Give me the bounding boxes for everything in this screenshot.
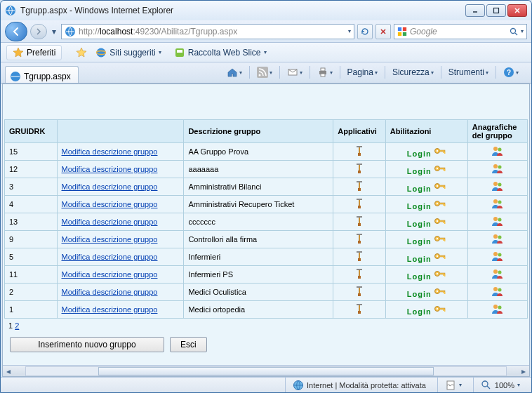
cell-abil[interactable]: Login — [385, 248, 467, 266]
cell-anag[interactable] — [467, 266, 527, 284]
forward-button[interactable] — [30, 24, 47, 39]
favorites-button[interactable]: Preferiti — [6, 45, 62, 60]
edit-group-link[interactable]: Modifica descrizione gruppo — [62, 165, 158, 173]
cell-apps[interactable] — [333, 161, 386, 178]
cell-desc: ccccccc — [184, 213, 333, 231]
recent-pages-dropdown[interactable]: ▾ — [50, 27, 58, 36]
svg-rect-25 — [358, 153, 361, 156]
search-icon[interactable] — [510, 27, 518, 36]
cell-abil[interactable]: Login — [385, 196, 467, 213]
svg-rect-55 — [358, 206, 361, 208]
edit-group-link[interactable]: Modifica descrizione gruppo — [62, 182, 158, 191]
svg-rect-108 — [439, 291, 445, 292]
cell-apps[interactable] — [333, 231, 386, 248]
edit-group-link[interactable]: Modifica descrizione gruppo — [62, 235, 158, 244]
cell-anag[interactable] — [467, 178, 527, 196]
back-button[interactable] — [5, 22, 27, 41]
address-bar[interactable]: http://localhost:49230/Abilitaz/Tgrupp.a… — [61, 24, 354, 39]
scroll-right-arrow[interactable]: ▸ — [518, 366, 529, 376]
cell-anag[interactable] — [467, 161, 527, 178]
exit-button[interactable]: Esci — [170, 337, 207, 352]
tools-menu[interactable]: Strumenti ▾ — [444, 65, 493, 80]
cell-anag[interactable] — [467, 284, 527, 301]
security-zone[interactable]: Internet | Modalità protetta: attivata — [285, 378, 433, 392]
button-row: Inserimento nuovo gruppo Esci — [3, 333, 529, 357]
web-slice-link[interactable]: Raccolta Web Slice ▾ — [170, 47, 271, 58]
page-menu[interactable]: Pagina ▾ — [343, 65, 382, 80]
rss-icon — [257, 67, 268, 78]
cell-edit: Modifica descrizione gruppo — [57, 266, 184, 284]
cell-abil[interactable]: Login — [385, 301, 467, 319]
print-button[interactable]: ▾ — [313, 65, 337, 80]
cell-anag[interactable] — [467, 248, 527, 266]
cell-abil[interactable]: Login — [385, 161, 467, 178]
cell-apps[interactable] — [333, 266, 386, 284]
edit-group-link[interactable]: Modifica descrizione gruppo — [62, 218, 158, 226]
close-button[interactable] — [507, 4, 527, 17]
help-icon: ? — [503, 67, 514, 78]
compat-view-button[interactable]: ▾ — [437, 378, 469, 392]
cell-anag[interactable] — [467, 301, 527, 319]
tools-icon — [354, 303, 365, 316]
home-button[interactable]: ▾ — [222, 65, 246, 80]
insert-group-button[interactable]: Inserimento nuovo gruppo — [10, 337, 164, 352]
cell-anag[interactable] — [467, 143, 527, 161]
suggested-sites-link[interactable]: Siti suggeriti ▾ — [91, 47, 165, 58]
scroll-left-arrow[interactable]: ◂ — [3, 366, 14, 376]
col-apps: Applicativi — [333, 120, 386, 143]
refresh-icon — [361, 27, 369, 36]
edit-group-link[interactable]: Modifica descrizione gruppo — [62, 253, 158, 261]
edit-group-link[interactable]: Modifica descrizione gruppo — [62, 147, 158, 156]
cell-desc: Medici ortopedia — [184, 301, 333, 319]
page-viewport[interactable]: GRUIDRK Descrizione gruppo Applicativi A… — [3, 84, 529, 365]
refresh-button[interactable] — [357, 24, 373, 39]
cell-abil[interactable]: Login — [385, 178, 467, 196]
cell-apps[interactable] — [333, 196, 386, 213]
search-box[interactable]: Google ▾ — [394, 24, 527, 39]
svg-point-16 — [258, 74, 260, 76]
key-icon — [434, 286, 446, 298]
cell-apps[interactable] — [333, 301, 386, 319]
cell-apps[interactable] — [333, 213, 386, 231]
mail-button[interactable]: ▾ — [283, 65, 307, 80]
page-favicon — [65, 26, 76, 37]
table-header-row: GRUIDRK Descrizione gruppo Applicativi A… — [5, 120, 528, 143]
pager-link-2[interactable]: 2 — [15, 321, 19, 330]
cell-apps[interactable] — [333, 284, 386, 301]
tools-icon — [354, 163, 365, 175]
security-menu[interactable]: Sicurezza ▾ — [388, 65, 438, 80]
add-favorite-icon[interactable] — [76, 47, 87, 58]
search-dropdown[interactable]: ▾ — [521, 28, 524, 34]
svg-point-31 — [493, 147, 498, 151]
window-title: Tgrupp.aspx - Windows Internet Explorer — [20, 6, 465, 15]
cell-abil[interactable]: Login — [385, 266, 467, 284]
cell-apps[interactable] — [333, 143, 386, 161]
scroll-thumb[interactable] — [98, 367, 434, 375]
edit-group-link[interactable]: Modifica descrizione gruppo — [62, 270, 158, 279]
edit-group-link[interactable]: Modifica descrizione gruppo — [62, 200, 158, 208]
address-dropdown[interactable]: ▾ — [348, 28, 351, 34]
help-button[interactable]: ?▾ — [499, 65, 523, 80]
cell-anag[interactable] — [467, 196, 527, 213]
cell-anag[interactable] — [467, 213, 527, 231]
svg-point-67 — [437, 220, 438, 222]
cell-apps[interactable] — [333, 178, 386, 196]
minimize-button[interactable] — [465, 4, 485, 17]
edit-group-link[interactable]: Modifica descrizione gruppo — [62, 288, 158, 296]
cell-apps[interactable] — [333, 248, 386, 266]
maximize-button[interactable] — [486, 4, 506, 17]
cell-abil[interactable]: Login — [385, 284, 467, 301]
svg-rect-28 — [439, 150, 445, 152]
stop-button[interactable] — [375, 24, 391, 39]
horizontal-scrollbar[interactable]: ◂ ▸ — [3, 365, 529, 376]
cell-abil[interactable]: Login — [385, 213, 467, 231]
edit-group-link[interactable]: Modifica descrizione gruppo — [62, 305, 158, 314]
cell-abil[interactable]: Login — [385, 143, 467, 161]
feeds-button[interactable]: ▾ — [253, 65, 277, 80]
svg-rect-13 — [177, 50, 182, 53]
cell-abil[interactable]: Login — [385, 231, 467, 248]
tab-current[interactable]: Tgrupp.aspx — [5, 66, 79, 83]
cell-anag[interactable] — [467, 231, 527, 248]
zoom-control[interactable]: 100% ▾ — [473, 378, 527, 392]
key-icon — [434, 268, 446, 281]
